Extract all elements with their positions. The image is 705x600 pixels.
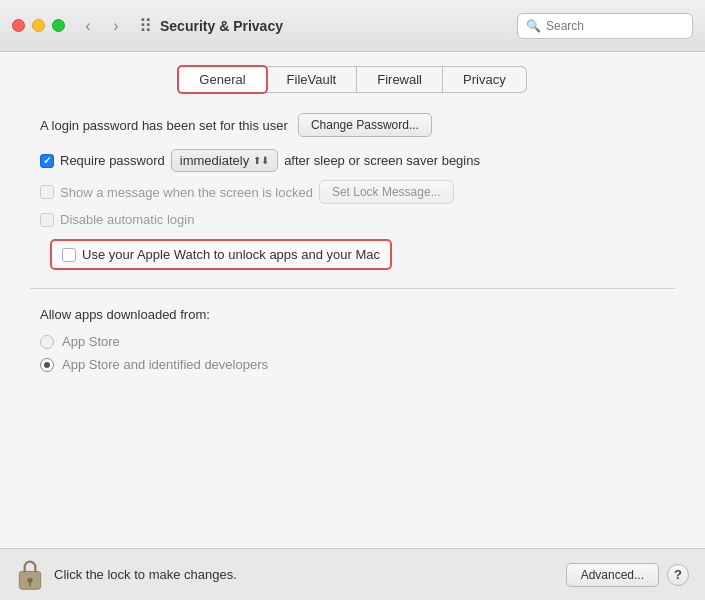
apple-watch-checkbox[interactable]: [62, 248, 76, 262]
search-box: 🔍: [517, 13, 693, 39]
close-button[interactable]: [12, 19, 25, 32]
disable-autologin-label: Disable automatic login: [60, 212, 194, 227]
apple-watch-row[interactable]: Use your Apple Watch to unlock apps and …: [50, 239, 392, 270]
app-store-radio-row: App Store: [40, 334, 675, 349]
tabs-bar: General FileVault Firewall Privacy: [0, 52, 705, 93]
bottom-text: Click the lock to make changes.: [54, 567, 566, 582]
help-button[interactable]: ?: [667, 564, 689, 586]
app-store-label: App Store: [62, 334, 120, 349]
tab-privacy[interactable]: Privacy: [443, 66, 527, 93]
app-store-radio[interactable]: [40, 335, 54, 349]
apple-watch-label: Use your Apple Watch to unlock apps and …: [82, 247, 380, 262]
app-store-dev-radio-row: App Store and identified developers: [40, 357, 675, 372]
advanced-button[interactable]: Advanced...: [566, 563, 659, 587]
tab-filevault[interactable]: FileVault: [267, 66, 358, 93]
login-password-row: A login password has been set for this u…: [40, 113, 675, 137]
immediately-value: immediately: [180, 153, 249, 168]
require-password-label: Require password: [60, 153, 165, 168]
minimize-button[interactable]: [32, 19, 45, 32]
show-message-label: Show a message when the screen is locked: [60, 185, 313, 200]
search-icon: 🔍: [526, 19, 541, 33]
app-store-dev-label: App Store and identified developers: [62, 357, 268, 372]
disable-autologin-row: Disable automatic login: [40, 212, 675, 227]
set-lock-message-button[interactable]: Set Lock Message...: [319, 180, 454, 204]
show-message-checkbox[interactable]: [40, 185, 54, 199]
grid-icon[interactable]: ⠿: [139, 15, 152, 37]
zoom-button[interactable]: [52, 19, 65, 32]
change-password-button[interactable]: Change Password...: [298, 113, 432, 137]
nav-buttons: ‹ ›: [75, 15, 129, 37]
bottom-bar: Click the lock to make changes. Advanced…: [0, 548, 705, 600]
show-message-row: Show a message when the screen is locked…: [40, 180, 675, 204]
allow-apps-section: Allow apps downloaded from: App Store Ap…: [40, 307, 675, 380]
divider: [30, 288, 675, 289]
forward-button[interactable]: ›: [103, 15, 129, 37]
immediately-select[interactable]: immediately ⬆⬇: [171, 149, 278, 172]
lock-icon: [16, 559, 44, 591]
main-panel: A login password has been set for this u…: [0, 93, 705, 548]
titlebar: ‹ › ⠿ Security & Privacy 🔍: [0, 0, 705, 52]
require-password-row: Require password immediately ⬆⬇ after sl…: [40, 149, 675, 172]
search-input[interactable]: [546, 19, 684, 33]
tab-general[interactable]: General: [177, 65, 267, 94]
disable-autologin-checkbox[interactable]: [40, 213, 54, 227]
app-store-dev-radio[interactable]: [40, 358, 54, 372]
content: General FileVault Firewall Privacy A log…: [0, 52, 705, 548]
allow-apps-title: Allow apps downloaded from:: [40, 307, 675, 322]
select-arrow-icon: ⬆⬇: [253, 155, 269, 166]
window-title: Security & Privacy: [160, 18, 517, 34]
tab-firewall[interactable]: Firewall: [357, 66, 443, 93]
back-button[interactable]: ‹: [75, 15, 101, 37]
login-password-text: A login password has been set for this u…: [40, 118, 288, 133]
require-password-checkbox[interactable]: [40, 154, 54, 168]
traffic-lights: [12, 19, 65, 32]
after-sleep-label: after sleep or screen saver begins: [284, 153, 480, 168]
